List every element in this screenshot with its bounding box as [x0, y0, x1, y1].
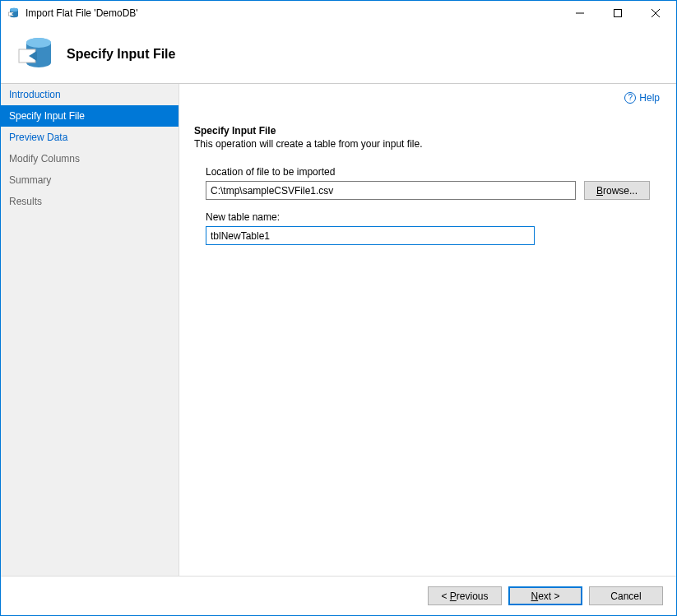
- sidebar-item-label: Preview Data: [9, 132, 67, 143]
- file-location-input[interactable]: [206, 181, 576, 200]
- svg-point-1: [10, 8, 18, 12]
- next-button[interactable]: Next >: [508, 586, 582, 605]
- file-location-group: Location of file to be imported Browse..…: [206, 166, 661, 200]
- sidebar-item-specify-input-file[interactable]: Specify Input File: [1, 105, 179, 127]
- page-title: Specify Input File: [67, 47, 175, 62]
- sidebar: Introduction Specify Input File Preview …: [1, 84, 179, 576]
- sidebar-item-summary[interactable]: Summary: [1, 169, 179, 191]
- sidebar-item-modify-columns[interactable]: Modify Columns: [1, 148, 179, 169]
- help-link[interactable]: ? Help: [624, 92, 660, 104]
- window-title: Import Flat File 'DemoDB': [26, 7, 561, 19]
- minimize-button[interactable]: [561, 1, 599, 25]
- svg-point-8: [26, 38, 51, 48]
- main-content: ? Help Specify Input File This operation…: [179, 84, 676, 576]
- help-label: Help: [639, 92, 660, 104]
- previous-button[interactable]: < Previous: [428, 586, 502, 605]
- footer: < Previous Next > Cancel: [1, 576, 676, 615]
- tablename-group: New table name:: [206, 211, 661, 245]
- app-icon: [7, 7, 21, 20]
- maximize-button[interactable]: [599, 1, 637, 25]
- sidebar-item-label: Specify Input File: [9, 110, 85, 122]
- sidebar-item-introduction[interactable]: Introduction: [1, 84, 179, 105]
- sidebar-item-label: Results: [9, 196, 42, 207]
- help-icon: ?: [624, 92, 636, 104]
- sidebar-item-label: Modify Columns: [9, 153, 80, 164]
- svg-rect-4: [614, 10, 622, 17]
- section-description: This operation will create a table from …: [194, 138, 661, 150]
- window-controls: [561, 1, 675, 25]
- titlebar: Import Flat File 'DemoDB': [1, 1, 676, 25]
- sidebar-item-label: Introduction: [9, 89, 61, 100]
- close-button[interactable]: [637, 1, 675, 25]
- wizard-icon: [16, 35, 55, 74]
- sidebar-item-preview-data[interactable]: Preview Data: [1, 127, 179, 148]
- tablename-label: New table name:: [206, 211, 661, 223]
- header-banner: Specify Input File: [1, 25, 676, 83]
- section-heading: Specify Input File: [194, 125, 661, 137]
- cancel-button[interactable]: Cancel: [589, 586, 663, 605]
- sidebar-item-label: Summary: [9, 174, 51, 186]
- sidebar-item-results[interactable]: Results: [1, 191, 179, 212]
- file-location-label: Location of file to be imported: [206, 166, 661, 178]
- browse-button[interactable]: Browse...: [584, 181, 650, 200]
- tablename-input[interactable]: [206, 226, 535, 245]
